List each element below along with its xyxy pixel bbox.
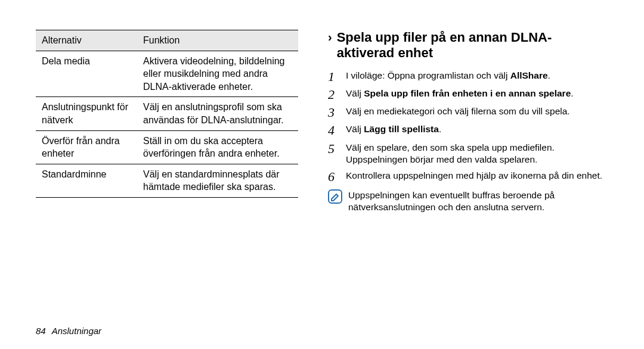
page-footer: 84 Anslutningar <box>36 326 101 336</box>
chevron-right-icon: › <box>328 30 332 61</box>
cell-alt: Dela media <box>36 51 137 97</box>
note-text: Uppspelningen kan eventuellt buffras ber… <box>348 189 608 214</box>
cell-alt: Överför från andra enheter <box>36 130 137 164</box>
list-item: 1 I viloläge: Öppna programlistan och vä… <box>328 70 608 84</box>
step-number: 3 <box>328 105 340 120</box>
cell-fn: Ställ in om du ska acceptera överföringe… <box>137 130 298 164</box>
step-number: 4 <box>328 123 340 138</box>
list-item: 3 Välj en mediekategori och välj filerna… <box>328 105 608 120</box>
cell-fn: Välj en anslutningsprofil som ska använd… <box>137 97 298 130</box>
list-item: 4 Välj Lägg till spellista. <box>328 123 608 138</box>
section-heading: › Spela upp filer på en annan DLNA-aktiv… <box>328 30 608 61</box>
step-text: I viloläge: Öppna programlistan och välj… <box>346 70 550 84</box>
step-text: Kontrollera uppspelningen med hjälp av i… <box>346 170 602 184</box>
page-number: 84 <box>36 326 46 336</box>
step-number: 5 <box>328 142 340 167</box>
heading-text: Spela upp filer på en annan DLNA-aktiver… <box>337 30 608 61</box>
th-alternativ: Alternativ <box>36 30 137 51</box>
table-row: Standardminne Välj en standardminnesplat… <box>36 164 298 197</box>
table-row: Överför från andra enheter Ställ in om d… <box>36 130 298 164</box>
cell-alt: Anslutningspunkt för nätverk <box>36 97 137 130</box>
table-row: Dela media Aktivera videodelning, bildde… <box>36 51 298 97</box>
cell-fn: Aktivera videodelning, bilddelning eller… <box>137 51 298 97</box>
cell-alt: Standardminne <box>36 164 137 197</box>
step-number: 2 <box>328 88 340 102</box>
cell-fn: Välj en standardminnesplats där hämtade … <box>137 164 298 197</box>
list-item: 5 Välj en spelare, den som ska spela upp… <box>328 142 608 167</box>
step-number: 1 <box>328 70 340 84</box>
note-block: Uppspelningen kan eventuellt buffras ber… <box>328 189 608 214</box>
step-text: Välj en spelare, den som ska spela upp m… <box>346 142 608 167</box>
list-item: 6 Kontrollera uppspelningen med hjälp av… <box>328 170 608 184</box>
steps-list: 1 I viloläge: Öppna programlistan och vä… <box>328 70 608 185</box>
options-table: Alternativ Funktion Dela media Aktivera … <box>36 30 298 198</box>
svg-rect-0 <box>329 190 342 203</box>
step-text: Välj Lägg till spellista. <box>346 123 441 138</box>
note-icon <box>328 189 342 204</box>
th-funktion: Funktion <box>137 30 298 51</box>
step-text: Välj en mediekategori och välj filerna s… <box>346 105 570 120</box>
step-text: Välj Spela upp filen från enheten i en a… <box>346 88 574 102</box>
section-name: Anslutningar <box>52 326 101 336</box>
table-row: Anslutningspunkt för nätverk Välj en ans… <box>36 97 298 130</box>
list-item: 2 Välj Spela upp filen från enheten i en… <box>328 88 608 102</box>
step-number: 6 <box>328 170 340 184</box>
